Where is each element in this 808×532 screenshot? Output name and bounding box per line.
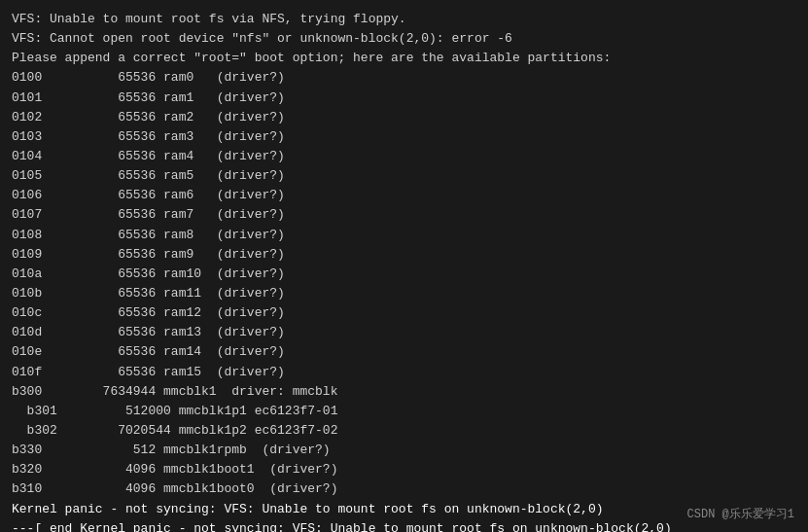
terminal-line: 0100 65536 ram0 (driver?) <box>12 68 796 88</box>
terminal-line: 010a 65536 ram10 (driver?) <box>12 265 796 284</box>
terminal-line: 010d 65536 ram13 (driver?) <box>12 323 796 342</box>
terminal-line: 0101 65536 ram1 (driver?) <box>12 89 796 108</box>
terminal-line: b302 7020544 mmcblk1p2 ec6123f7-02 <box>12 421 796 441</box>
terminal-line: Kernel panic - not syncing: VFS: Unable … <box>12 500 796 519</box>
terminal-line: b320 4096 mmcblk1boot1 (driver?) <box>12 460 796 479</box>
terminal-line: 0104 65536 ram4 (driver?) <box>12 147 796 166</box>
terminal-line: 010c 65536 ram12 (driver?) <box>12 303 796 323</box>
watermark: CSDN @乐乐爱学习1 <box>687 506 794 522</box>
terminal-line: 010f 65536 ram15 (driver?) <box>12 363 796 382</box>
terminal-output: VFS: Unable to mount root fs via NFS, tr… <box>12 10 796 532</box>
terminal-line: b310 4096 mmcblk1boot0 (driver?) <box>12 479 796 499</box>
terminal-window: VFS: Unable to mount root fs via NFS, tr… <box>0 0 808 532</box>
terminal-line: ---[ end Kernel panic - not syncing: VFS… <box>12 519 796 532</box>
terminal-line: VFS: Unable to mount root fs via NFS, tr… <box>12 10 796 29</box>
terminal-line: 0107 65536 ram7 (driver?) <box>12 205 796 225</box>
terminal-line: b330 512 mmcblk1rpmb (driver?) <box>12 441 796 460</box>
terminal-line: 0102 65536 ram2 (driver?) <box>12 108 796 127</box>
terminal-line: Please append a correct "root=" boot opt… <box>12 49 796 68</box>
terminal-line: VFS: Cannot open root device "nfs" or un… <box>12 29 796 49</box>
terminal-line: 010e 65536 ram14 (driver?) <box>12 342 796 362</box>
terminal-line: 0105 65536 ram5 (driver?) <box>12 166 796 186</box>
terminal-line: b300 7634944 mmcblk1 driver: mmcblk <box>12 382 796 402</box>
terminal-line: 0109 65536 ram9 (driver?) <box>12 245 796 265</box>
terminal-line: 0106 65536 ram6 (driver?) <box>12 186 796 205</box>
terminal-line: 0108 65536 ram8 (driver?) <box>12 226 796 245</box>
terminal-line: 010b 65536 ram11 (driver?) <box>12 284 796 303</box>
terminal-line: 0103 65536 ram3 (driver?) <box>12 127 796 147</box>
terminal-line: b301 512000 mmcblk1p1 ec6123f7-01 <box>12 402 796 421</box>
